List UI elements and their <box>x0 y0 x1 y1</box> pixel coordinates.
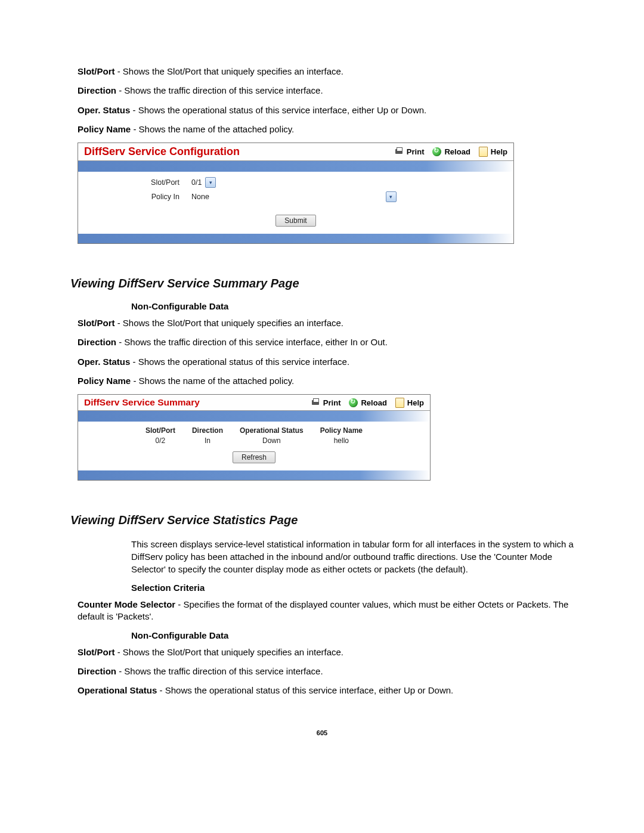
def-desc: - Shows the name of the attached policy. <box>131 376 294 386</box>
help-icon <box>479 147 488 157</box>
print-label: Print <box>407 147 425 156</box>
subhead-selection-criteria: Selection Criteria <box>131 583 584 593</box>
slot-port-value: 0/1 <box>191 178 202 187</box>
def-oper-status: Oper. Status - Shows the operational sta… <box>78 356 584 368</box>
def-direction: Direction - Shows the traffic direction … <box>78 665 584 677</box>
document-page: Slot/Port - Shows the Slot/Port that uni… <box>0 0 644 772</box>
panel-header: DiffServ Service Summary Print Reload He… <box>78 395 430 411</box>
stats-intro: This screen displays service-level stati… <box>131 538 584 575</box>
form-row-slot-port: Slot/Port 0/1 ▾ <box>84 175 507 190</box>
def-term: Slot/Port <box>78 647 115 657</box>
help-label: Help <box>491 147 507 156</box>
def-term: Oper. Status <box>78 105 130 115</box>
panel-body: Slot/Port Direction Operational Status P… <box>78 422 430 470</box>
cell-direction: In <box>184 436 231 445</box>
reload-button[interactable]: Reload <box>349 398 386 407</box>
def-desc: - Shows the operational status of this s… <box>130 105 426 115</box>
def-term: Direction <box>78 337 116 347</box>
col-policy-name: Policy Name <box>312 425 371 436</box>
def-term: Oper. Status <box>78 357 130 367</box>
reload-button[interactable]: Reload <box>432 147 470 156</box>
panel-title: DiffServ Service Configuration <box>84 145 386 158</box>
decorative-bar <box>78 411 430 422</box>
policy-in-label: Policy In <box>84 193 191 201</box>
decorative-bar <box>78 234 513 243</box>
def-policy-name: Policy Name - Shows the name of the atta… <box>78 123 584 135</box>
reload-label: Reload <box>444 147 470 156</box>
def-desc: - Shows the Slot/Port that uniquely spec… <box>115 647 344 657</box>
help-icon <box>395 398 404 408</box>
panel-diffserv-summary: DiffServ Service Summary Print Reload He… <box>78 394 431 481</box>
def-counter-mode: Counter Mode Selector - Specifies the fo… <box>78 599 584 623</box>
print-icon <box>395 147 404 156</box>
def-term: Direction <box>78 85 116 95</box>
submit-button[interactable]: Submit <box>275 215 315 227</box>
help-button[interactable]: Help <box>479 147 507 157</box>
def-desc: - Shows the traffic direction of this se… <box>116 337 388 347</box>
def-direction: Direction - Shows the traffic direction … <box>78 85 584 97</box>
def-oper-status: Oper. Status - Shows the operational sta… <box>78 104 584 116</box>
def-desc: - Shows the name of the attached policy. <box>131 124 294 134</box>
reload-icon <box>432 147 441 156</box>
reload-label: Reload <box>361 398 386 407</box>
def-term: Slot/Port <box>78 318 115 328</box>
def-desc: - Shows the traffic direction of this se… <box>116 666 323 676</box>
print-button[interactable]: Print <box>395 147 425 156</box>
print-button[interactable]: Print <box>311 398 341 407</box>
panel-header: DiffServ Service Configuration Print Rel… <box>78 143 513 161</box>
subhead-nonconfig: Non-Configurable Data <box>131 630 584 640</box>
def-slot-port: Slot/Port - Shows the Slot/Port that uni… <box>78 317 584 329</box>
col-direction: Direction <box>184 425 231 436</box>
policy-in-dropdown[interactable]: ▾ <box>386 191 397 202</box>
cell-slot-port: 0/2 <box>137 436 184 445</box>
cell-policy-name: hello <box>312 436 371 445</box>
def-operational-status: Operational Status - Shows the operation… <box>78 685 584 696</box>
heading-summary: Viewing DiffServ Service Summary Page <box>70 277 584 290</box>
refresh-button[interactable]: Refresh <box>233 451 275 463</box>
def-slot-port: Slot/Port - Shows the Slot/Port that uni… <box>78 646 584 658</box>
summary-table: Slot/Port Direction Operational Status P… <box>137 425 371 445</box>
print-icon <box>311 398 320 407</box>
subhead-nonconfig: Non-Configurable Data <box>131 301 584 311</box>
def-desc: - Shows the Slot/Port that uniquely spec… <box>115 66 344 76</box>
table-row: 0/2 In Down hello <box>137 436 371 445</box>
def-term: Operational Status <box>78 685 157 695</box>
panel-title: DiffServ Service Summary <box>84 397 303 408</box>
def-term: Policy Name <box>78 124 131 134</box>
def-term: Policy Name <box>78 376 131 386</box>
slot-port-dropdown[interactable]: ▾ <box>205 177 216 188</box>
panel-diffserv-config: DiffServ Service Configuration Print Rel… <box>78 143 514 244</box>
decorative-bar <box>78 470 430 480</box>
def-desc: - Shows the operational status of this s… <box>157 685 453 695</box>
page-number: 605 <box>60 729 584 736</box>
def-term: Direction <box>78 666 116 676</box>
def-direction: Direction - Shows the traffic direction … <box>78 336 584 348</box>
form-row-policy-in: Policy In None ▾ <box>84 190 507 204</box>
def-term: Slot/Port <box>78 66 115 76</box>
panel-body: Slot/Port 0/1 ▾ Policy In None ▾ Submit <box>78 172 513 234</box>
heading-statistics: Viewing DiffServ Service Statistics Page <box>70 513 584 527</box>
slot-port-label: Slot/Port <box>84 178 191 187</box>
def-slot-port: Slot/Port - Shows the Slot/Port that uni… <box>78 66 584 78</box>
def-policy-name: Policy Name - Shows the name of the atta… <box>78 375 584 387</box>
def-desc: - Shows the operational status of this s… <box>130 357 349 367</box>
policy-in-value: None <box>191 193 209 201</box>
cell-oper-status: Down <box>231 436 312 445</box>
def-term: Counter Mode Selector <box>78 599 175 609</box>
help-label: Help <box>407 398 424 407</box>
col-slot-port: Slot/Port <box>137 425 184 436</box>
decorative-bar <box>78 161 513 172</box>
col-oper-status: Operational Status <box>231 425 312 436</box>
def-desc: - Shows the Slot/Port that uniquely spec… <box>115 318 344 328</box>
print-label: Print <box>323 398 341 407</box>
help-button[interactable]: Help <box>395 398 424 408</box>
def-desc: - Shows the traffic direction of this se… <box>116 85 323 95</box>
table-header-row: Slot/Port Direction Operational Status P… <box>137 425 371 436</box>
reload-icon <box>349 398 358 407</box>
